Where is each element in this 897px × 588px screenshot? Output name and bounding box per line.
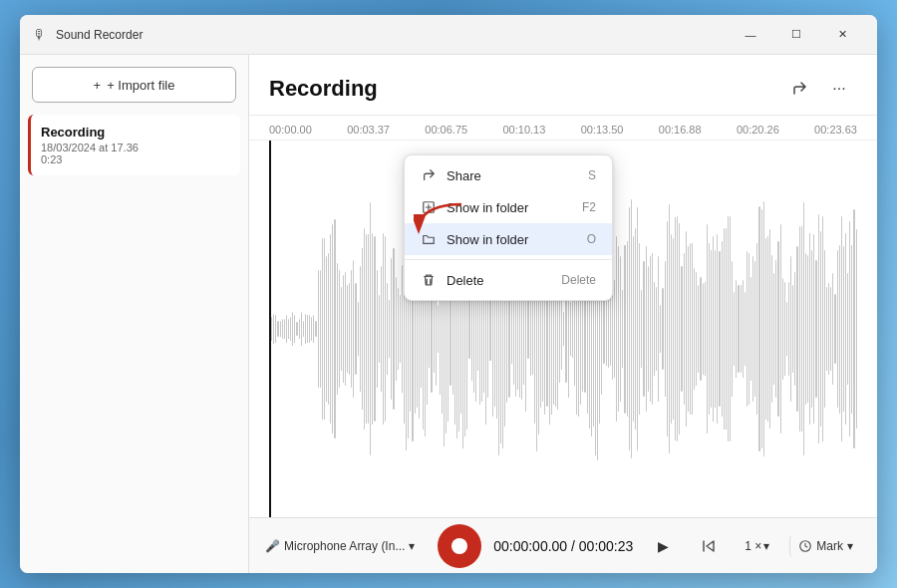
waveform-bar (364, 228, 365, 431)
skip-to-start-button[interactable] (693, 530, 725, 562)
waveform-bar (616, 236, 617, 422)
waveform-bar (624, 245, 625, 414)
waveform-bar (748, 253, 749, 405)
waveform-bar (671, 234, 672, 423)
context-menu-show-folder[interactable]: Show in folder O (405, 223, 612, 255)
recording-item-duration: 0:23 (41, 153, 230, 165)
waveform-bar (438, 305, 439, 352)
waveform-bar (730, 216, 731, 441)
waveform-bar (311, 317, 312, 341)
waveform-bar (328, 253, 329, 405)
timeline-marker-3: 00:10.13 (502, 124, 545, 136)
waveform-bar (719, 251, 720, 406)
recording-list-item[interactable]: Recording 18/03/2024 at 17.36 0:23 (28, 115, 240, 175)
waveform-bar (358, 302, 359, 356)
timeline-marker-6: 00:20.26 (737, 124, 779, 136)
mark-chevron-icon: ▾ (847, 539, 853, 553)
waveform-bar (288, 319, 289, 339)
rename-label: Show in folder (447, 200, 572, 215)
waveform-bar (391, 258, 392, 400)
microphone-selector[interactable]: 🎤 Microphone Array (In... ▾ (265, 539, 415, 553)
mark-button[interactable]: Mark ▾ (789, 535, 861, 557)
waveform-bar (732, 261, 733, 396)
play-button[interactable]: ▶ (645, 528, 681, 564)
waveform-bar (379, 295, 380, 363)
timeline-marker-4: 00:13.50 (581, 124, 624, 136)
waveform-bar (777, 241, 778, 417)
waveform-bar (606, 292, 607, 366)
waveform-bar (322, 238, 323, 421)
window-title: Sound Recorder (56, 28, 728, 42)
waveform-bar (315, 321, 316, 338)
waveform-bar (700, 277, 701, 382)
waveform-bar (769, 229, 770, 428)
record-button[interactable] (438, 524, 481, 568)
waveform-bar (646, 246, 647, 412)
waveform-bar (818, 214, 819, 443)
waveform-bar (856, 229, 857, 428)
record-icon (451, 538, 467, 554)
waveform-bar (290, 317, 291, 341)
rename-shortcut: F2 (582, 200, 596, 214)
time-display: 00:00:00.00 / 00:00:23 (493, 538, 633, 554)
waveform-bar (385, 236, 386, 422)
waveform-bar (684, 253, 685, 405)
context-menu-share[interactable]: Share S (405, 159, 612, 191)
waveform-bar (326, 256, 327, 401)
waveform-bar (696, 272, 697, 387)
waveform-bar (782, 278, 783, 379)
waveform-bar (610, 292, 611, 366)
context-menu-rename[interactable]: Show in folder F2 (405, 191, 612, 223)
share-icon (421, 167, 437, 183)
waveform-bar (627, 241, 628, 417)
context-menu-delete[interactable]: Delete Delete (405, 264, 612, 296)
show-folder-shortcut: O (587, 232, 596, 246)
trash-icon (421, 272, 437, 288)
waveform-bar (389, 300, 390, 357)
context-menu: Share S Show in folder F2 (404, 154, 613, 301)
waveform-bar (790, 256, 791, 401)
waveform-bar (807, 255, 808, 404)
title-bar: 🎙 Sound Recorder — ☐ ✕ (20, 15, 877, 55)
close-button[interactable]: ✕ (819, 19, 865, 51)
folder-icon (421, 231, 437, 247)
speed-label: 1 × (745, 539, 761, 553)
waveform-bar (853, 209, 854, 448)
waveform-bar (355, 283, 356, 374)
delete-label: Delete (447, 273, 551, 288)
waveform-bar (722, 241, 723, 417)
maximize-button[interactable]: ☐ (773, 19, 819, 51)
waveform-bar (351, 270, 352, 388)
waveform-bar (368, 234, 369, 423)
minimize-button[interactable]: — (728, 19, 773, 51)
waveform-bar (841, 216, 842, 441)
timeline-marker-1: 00:03.37 (347, 124, 390, 136)
waveform-bar (698, 285, 699, 373)
waveform-bar (468, 299, 469, 360)
waveform-bar (765, 238, 766, 421)
right-panel: Recording ··· 00:00.00 00:03.37 00:06.7 (249, 55, 877, 573)
waveform-bar (332, 224, 333, 434)
sidebar: + + Import file Recording 18/03/2024 at … (20, 55, 249, 573)
waveform-bar (660, 305, 661, 352)
share-button[interactable] (781, 71, 817, 107)
waveform-bar (679, 223, 680, 436)
waveform-bar (360, 266, 361, 391)
rename-icon (421, 199, 437, 215)
waveform-bar (347, 285, 348, 373)
waveform-bar (681, 266, 682, 391)
import-file-button[interactable]: + + Import file (32, 67, 236, 103)
menu-divider (405, 259, 612, 260)
speed-selector[interactable]: 1 × ▾ (737, 535, 777, 557)
chevron-down-icon: ▾ (409, 539, 415, 553)
waveform-bar (690, 243, 691, 415)
waveform-bar (845, 233, 846, 426)
waveform-bar (669, 204, 670, 453)
window-controls: — ☐ ✕ (728, 19, 865, 51)
waveform-bar (771, 255, 772, 404)
waveform-bar (786, 302, 787, 356)
more-options-button[interactable]: ··· (821, 71, 857, 107)
waveform-bar (773, 273, 774, 385)
timeline-marker-2: 00:06.75 (425, 124, 467, 136)
waveform-bar (641, 290, 642, 368)
